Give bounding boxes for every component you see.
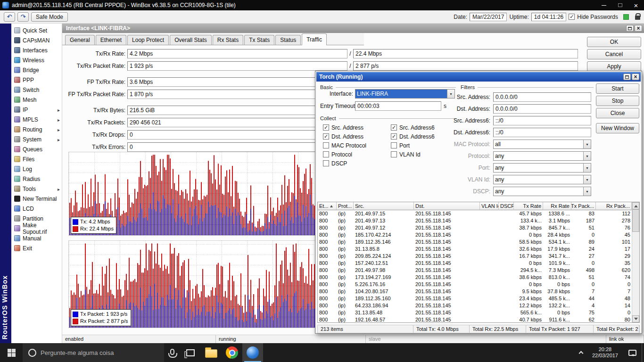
- sidebar-item-new-terminal[interactable]: New Terminal: [11, 194, 62, 204]
- table-row[interactable]: 800(ip)31.13.85.48201.55.118.145565.6 k.…: [318, 309, 632, 316]
- sidebar-item-quick-set[interactable]: Quick Set: [11, 25, 62, 35]
- column-header-tx-rate[interactable]: Tx Rate: [514, 202, 543, 210]
- filter-vlan-id-select[interactable]: any: [493, 175, 591, 184]
- sidebar-item-lcd[interactable]: LCD: [11, 204, 62, 214]
- chevron-down-icon[interactable]: [583, 175, 591, 184]
- redo-button[interactable]: [17, 12, 29, 22]
- tab-overall-stats[interactable]: Overall Stats: [170, 35, 212, 45]
- minimize-icon[interactable]: [596, 0, 612, 10]
- sidebar-item-files[interactable]: Files: [11, 154, 62, 164]
- table-row[interactable]: 800(ip)201.49.97.13201.55.118.145133.4 k…: [318, 217, 632, 224]
- sidebar-item-ip[interactable]: IP: [11, 105, 62, 115]
- microphone-button[interactable]: [164, 343, 180, 362]
- close-icon[interactable]: [635, 25, 642, 32]
- column-header-tx-pack[interactable]: Tx Pack...: [571, 202, 596, 210]
- sidebar-item-radius[interactable]: Radius: [11, 174, 62, 184]
- maximize-icon[interactable]: [626, 25, 634, 32]
- table-row[interactable]: 800(ip)185.170.42.214201.55.118.1450 bps…: [318, 231, 632, 239]
- table-row[interactable]: 800(ip)201.49.97.98201.55.118.145294.5 k…: [318, 267, 632, 274]
- start-button[interactable]: Start: [596, 83, 639, 94]
- tray-expand-button[interactable]: [575, 343, 587, 362]
- checkbox-mac-protocol[interactable]: MAC Protocol: [323, 141, 366, 150]
- chevron-down-icon[interactable]: [583, 140, 591, 148]
- show-desktop-button[interactable]: [642, 343, 644, 362]
- sidebar-item-switch[interactable]: Switch: [11, 85, 62, 95]
- maximize-icon[interactable]: [612, 0, 628, 10]
- taskbar-clock[interactable]: 20:28 22/03/2017: [587, 346, 623, 359]
- stop-button[interactable]: Stop: [596, 96, 639, 106]
- table-row[interactable]: 800(ip)192.16.48.57201.55.118.14540.7 kb…: [318, 316, 632, 322]
- sidebar-item-mpls[interactable]: MPLS: [11, 115, 62, 124]
- checkbox-dscp[interactable]: DSCP: [323, 159, 366, 168]
- chevron-down-icon[interactable]: [583, 152, 591, 160]
- tab-status[interactable]: Status: [275, 35, 301, 45]
- filter-dscp-select[interactable]: any: [493, 187, 591, 196]
- table-row[interactable]: 800(ip)173.194.27.169201.55.118.14538.6 …: [318, 274, 632, 281]
- tab-general[interactable]: General: [65, 35, 95, 45]
- column-header-rx-pack[interactable]: Rx Pack...: [596, 202, 632, 210]
- sidebar-item-system[interactable]: System: [11, 134, 62, 144]
- sidebar-item-interfaces[interactable]: Interfaces: [11, 45, 62, 55]
- checkbox-protocol[interactable]: Protocol: [323, 150, 366, 159]
- sidebar-item-wireless[interactable]: Wireless: [11, 55, 62, 65]
- filter-protocol-select[interactable]: any: [493, 151, 591, 161]
- filter-dst-address-input[interactable]: 0.0.0.0/0: [493, 104, 591, 114]
- filter-src-address6-input[interactable]: ::/0: [493, 116, 591, 125]
- scroll-up-button[interactable]: [632, 202, 639, 209]
- filter-dst-address6-input[interactable]: ::/0: [493, 128, 591, 137]
- table-row[interactable]: 800(ip)64.233.186.94201.55.118.14512.2 k…: [318, 302, 632, 309]
- table-row[interactable]: 800(ip)157.240.12.51201.55.118.1450 bps1…: [318, 260, 632, 267]
- table-row[interactable]: 800(ip)5.226.176.16201.55.118.1450 bps0 …: [318, 281, 632, 288]
- filter-src-address-input[interactable]: 0.0.0.0/0: [493, 92, 591, 102]
- sidebar-item-exit[interactable]: Exit: [11, 243, 62, 253]
- column-header-rx-rate[interactable]: Rx Rate: [543, 202, 571, 210]
- close-icon[interactable]: [628, 0, 644, 10]
- column-header-prot[interactable]: Prot...: [337, 202, 354, 210]
- close-icon[interactable]: [632, 74, 639, 80]
- table-row[interactable]: 800(ip)31.13.85.8201.55.118.14532.6 kbps…: [318, 246, 632, 253]
- sidebar-item-tools[interactable]: Tools: [11, 184, 62, 194]
- task-view-button[interactable]: [180, 343, 201, 362]
- column-header-vlan-id[interactable]: VLAN Id: [480, 202, 499, 210]
- table-row[interactable]: 800(ip)209.85.224.124201.55.118.14516.7 …: [318, 253, 632, 260]
- undo-button[interactable]: [4, 12, 15, 22]
- scrollbar-track[interactable]: [632, 232, 639, 315]
- tab-ethernet[interactable]: Ethernet: [96, 35, 126, 45]
- tab-traffic[interactable]: Traffic: [302, 33, 327, 45]
- table-row[interactable]: 800(ip)189.112.35.160201.55.118.14523.4 …: [318, 295, 632, 302]
- checkbox-src-address[interactable]: Src. Address: [323, 123, 366, 132]
- safe-mode-button[interactable]: Safe Mode: [31, 12, 68, 22]
- new-window-button[interactable]: New Window: [596, 123, 639, 133]
- sidebar-item-mesh[interactable]: Mesh: [11, 95, 62, 105]
- winbox-taskbar-button[interactable]: [242, 343, 263, 362]
- table-row[interactable]: 800(ip)201.49.97.15201.55.118.14545.7 kb…: [318, 210, 632, 217]
- table-row[interactable]: 800(ip)104.20.80.167201.55.118.1459.5 kb…: [318, 288, 632, 295]
- column-header-src[interactable]: Src.: [354, 202, 414, 210]
- filter-port-select[interactable]: any: [493, 163, 591, 173]
- checkbox-dst-address[interactable]: Dst. Address: [323, 132, 366, 141]
- maximize-icon[interactable]: [623, 74, 631, 80]
- chrome-button[interactable]: [222, 343, 242, 362]
- start-button[interactable]: [0, 343, 23, 362]
- filter-mac-protocol-select[interactable]: all: [493, 140, 591, 149]
- checkbox-dst-address6[interactable]: Dst. Address6: [391, 132, 435, 141]
- app-titlebar[interactable]: admin@201.55.118.145 (RB Central PPPOE) …: [0, 0, 644, 10]
- scrollbar-thumb[interactable]: [632, 209, 639, 232]
- checkbox-src-address6[interactable]: Src. Address6: [391, 123, 435, 132]
- sidebar-item-make-supout-rif[interactable]: Make Supout.rif: [11, 223, 62, 233]
- column-header-dst[interactable]: Dst.: [414, 202, 480, 210]
- scroll-down-button[interactable]: [632, 315, 639, 322]
- entry-timeout-input[interactable]: 00:00:03: [355, 101, 441, 111]
- sidebar-item-bridge[interactable]: Bridge: [11, 65, 62, 75]
- sidebar-item-routing[interactable]: Routing: [11, 124, 62, 134]
- close-button[interactable]: Close: [596, 108, 639, 118]
- column-header-dscp[interactable]: DSCP: [499, 202, 514, 210]
- vertical-scrollbar[interactable]: [632, 202, 639, 322]
- table-row[interactable]: 800(ip)201.49.97.12201.55.118.14538.7 kb…: [318, 224, 632, 231]
- sidebar-item-ppp[interactable]: PPP: [11, 75, 62, 85]
- tab-loop-protect[interactable]: Loop Protect: [127, 35, 169, 45]
- apply-button[interactable]: Apply: [587, 61, 641, 72]
- chevron-down-icon[interactable]: [583, 187, 591, 196]
- file-explorer-button[interactable]: [201, 343, 222, 362]
- interface-select[interactable]: LINK-FIBRA: [355, 89, 455, 99]
